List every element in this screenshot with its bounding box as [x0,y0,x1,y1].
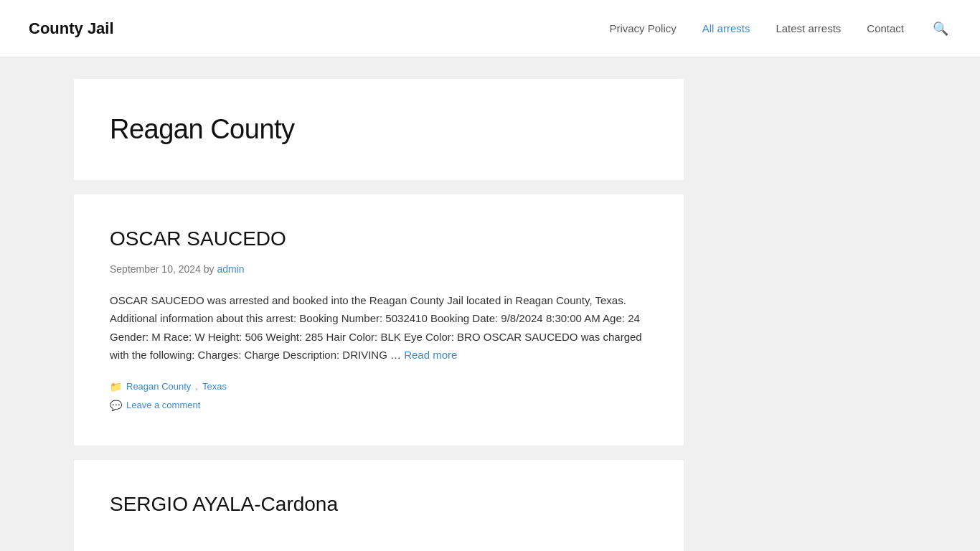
leave-comment-link[interactable]: Leave a comment [126,398,200,413]
main-nav: Privacy Policy All arrests Latest arrest… [609,18,951,39]
search-button[interactable]: 🔍 [930,18,951,39]
article-footer-oscar: 📁 Reagan County , Texas 💬 Leave a commen… [110,379,648,414]
site-logo[interactable]: County Jail [29,16,114,41]
categories-row: 📁 Reagan County , Texas [110,379,648,395]
folder-icon: 📁 [110,379,122,395]
category-reagan-county[interactable]: Reagan County [126,380,191,395]
main-content: Reagan County OSCAR SAUCEDO September 10… [74,79,684,551]
sidebar [705,79,906,551]
article-date-oscar: September 10, 2024 [110,263,201,275]
nav-contact[interactable]: Contact [867,20,904,37]
page-heading: Reagan County [110,108,648,151]
article-by-label: by [204,263,217,275]
nav-latest-arrests[interactable]: Latest arrests [776,20,841,37]
article-meta-oscar: September 10, 2024 by admin [110,261,648,277]
article-oscar-saucedo: OSCAR SAUCEDO September 10, 2024 by admi… [74,194,684,446]
site-header: County Jail Privacy Policy All arrests L… [0,0,980,57]
page-wrapper: Reagan County OSCAR SAUCEDO September 10… [60,57,920,551]
category-texas[interactable]: Texas [202,380,227,395]
article-sergio-ayala: SERGIO AYALA-Cardona [74,460,684,551]
comment-icon: 💬 [110,397,122,413]
article-title-sergio[interactable]: SERGIO AYALA-Cardona [110,489,648,521]
read-more-oscar[interactable]: Read more [404,349,457,361]
nav-all-arrests[interactable]: All arrests [702,20,750,37]
article-author-oscar[interactable]: admin [217,263,244,275]
article-excerpt-oscar: OSCAR SAUCEDO was arrested and booked in… [110,291,648,364]
article-title-oscar[interactable]: OSCAR SAUCEDO [110,223,648,255]
nav-privacy-policy[interactable]: Privacy Policy [609,20,676,37]
page-header-card: Reagan County [74,79,684,180]
comments-row: 💬 Leave a comment [110,397,648,413]
search-icon: 🔍 [933,22,948,36]
